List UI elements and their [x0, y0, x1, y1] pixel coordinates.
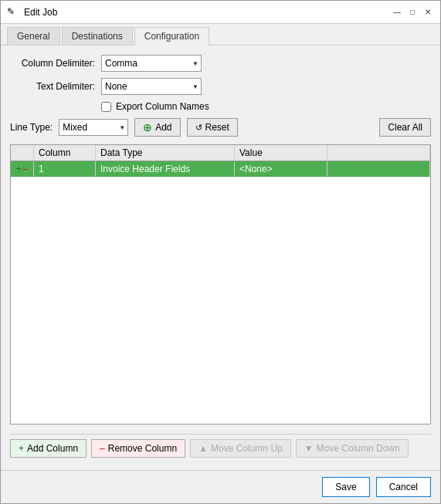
remove-column-button[interactable]: – Remove Column: [91, 439, 185, 458]
bottom-buttons-row: + Add Column – Remove Column ▲ Move Colu…: [10, 434, 431, 461]
row-action-icons: + –: [11, 161, 34, 178]
title-controls: — □ ✕: [391, 6, 434, 19]
header-value: Value: [235, 145, 327, 161]
line-type-label: Line Type:: [10, 122, 53, 133]
tab-destinations[interactable]: Destinations: [62, 27, 133, 45]
text-delimiter-label: Text Delimiter:: [10, 81, 95, 92]
window-title: Edit Job: [24, 7, 57, 18]
header-icons: [11, 145, 34, 161]
export-column-names-label: Export Column Names: [116, 101, 209, 112]
header-datatype: Data Type: [96, 145, 235, 161]
clear-all-button[interactable]: Clear All: [379, 118, 431, 137]
column-delimiter-row: Column Delimiter: Comma Tab Semicolon Pi…: [10, 55, 431, 72]
row-value: <None>: [235, 161, 327, 178]
header-extra: [327, 145, 430, 161]
tabs-bar: General Destinations Configuration: [1, 24, 440, 46]
column-delimiter-wrapper: Comma Tab Semicolon Pipe: [101, 55, 202, 72]
table-row[interactable]: + – 1 Invoice Header Fields <None>: [11, 161, 430, 178]
tab-general[interactable]: General: [7, 27, 60, 45]
save-button[interactable]: Save: [322, 477, 369, 497]
line-type-row: Line Type: Mixed Header Detail ⊕ Add ↺ R…: [10, 118, 431, 137]
column-delimiter-select[interactable]: Comma Tab Semicolon Pipe: [101, 55, 202, 72]
column-delimiter-label: Column Delimiter:: [10, 58, 95, 69]
close-button[interactable]: ✕: [422, 6, 434, 19]
row-column-number: 1: [34, 161, 96, 178]
add-column-button[interactable]: + Add Column: [10, 439, 87, 458]
move-down-icon: ▼: [304, 443, 314, 454]
tab-content: Column Delimiter: Comma Tab Semicolon Pi…: [1, 46, 440, 470]
header-column: Column: [34, 145, 96, 161]
move-up-icon: ▲: [198, 443, 208, 454]
title-bar-left: ✎ Edit Job: [7, 6, 57, 19]
add-column-icon: +: [19, 443, 24, 454]
line-type-select-wrapper: Mixed Header Detail: [59, 119, 128, 136]
minimize-button[interactable]: —: [391, 6, 403, 19]
reset-button[interactable]: ↺ Reset: [187, 118, 238, 137]
text-delimiter-wrapper: None Double Quote Single Quote: [101, 78, 202, 95]
row-remove-icon[interactable]: –: [23, 164, 29, 174]
move-column-down-button[interactable]: ▼ Move Column Down: [296, 439, 409, 458]
text-delimiter-select[interactable]: None Double Quote Single Quote: [101, 78, 202, 95]
row-data-type: Invoice Header Fields: [96, 161, 235, 178]
maximize-button[interactable]: □: [406, 6, 419, 19]
data-table: Column Data Type Value + – 1 Invoice Hea…: [10, 144, 431, 425]
export-column-names-checkbox[interactable]: [101, 102, 111, 112]
window-icon: ✎: [7, 6, 19, 19]
edit-job-window: ✎ Edit Job — □ ✕ General Destinations Co…: [0, 0, 441, 504]
add-button[interactable]: ⊕ Add: [134, 118, 180, 137]
row-add-icon[interactable]: +: [16, 164, 22, 174]
cancel-button[interactable]: Cancel: [376, 477, 431, 497]
tab-configuration[interactable]: Configuration: [134, 27, 209, 46]
title-bar: ✎ Edit Job — □ ✕: [1, 1, 440, 24]
export-column-names-row: Export Column Names: [101, 101, 431, 112]
dialog-footer: Save Cancel: [1, 470, 440, 503]
row-extra: [327, 161, 430, 178]
add-icon: ⊕: [143, 121, 152, 134]
move-column-up-button[interactable]: ▲ Move Column Up: [190, 439, 291, 458]
remove-column-icon: –: [100, 443, 105, 454]
table-header: Column Data Type Value: [11, 145, 430, 161]
line-type-select[interactable]: Mixed Header Detail: [59, 119, 128, 136]
text-delimiter-row: Text Delimiter: None Double Quote Single…: [10, 78, 431, 95]
reset-icon: ↺: [195, 123, 202, 133]
